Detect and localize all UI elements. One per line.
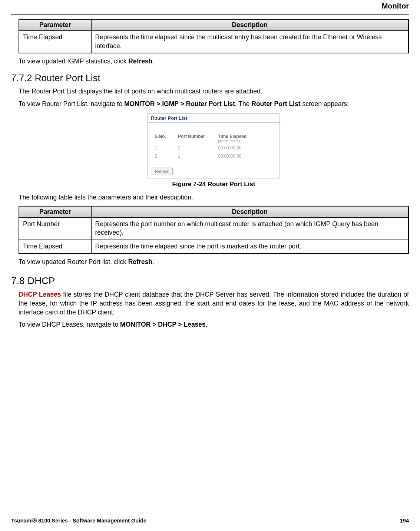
footer-page-number: 194 — [400, 518, 409, 524]
mock-cell: 2 — [176, 144, 216, 152]
mock-table: S.No. Port Number Time Elapsed (dd:hh:mm… — [153, 133, 276, 160]
heading-7-8: 7.8 DHCP — [11, 275, 409, 287]
table2-row1-desc: Represents the time elapsed since the po… — [91, 240, 409, 254]
mock-panel-title: Router Port List — [148, 114, 280, 122]
table-row: Port Number Represents the port number o… — [19, 217, 409, 240]
text: . — [152, 57, 154, 65]
text: To view updated Router Port list, click — [19, 258, 128, 266]
table-row: 1 2 00:00:00:00 — [153, 144, 276, 152]
page-header-title: Monitor — [11, 0, 409, 12]
table-row: Time Elapsed Represents the time elapsed… — [19, 31, 409, 53]
igmp-refresh-note: To view updated IGMP statistics, click R… — [19, 57, 409, 66]
screen-name: Router Port List — [251, 100, 300, 108]
page-footer: Tsunami® 8100 Series - Software Manageme… — [11, 512, 409, 524]
table-row: Time Elapsed Represents the time elapsed… — [19, 240, 409, 254]
mock-cell: 00:00:00:00 — [216, 144, 276, 152]
table2-intro: The following table lists the parameters… — [19, 193, 409, 202]
footer-doc-title: Tsunami® 8100 Series - Software Manageme… — [11, 518, 146, 524]
text: To view DHCP Leases, navigate to — [19, 321, 120, 328]
mock-col-sno: S.No. — [153, 133, 176, 144]
dhcp-nav: To view DHCP Leases, navigate to MONITOR… — [19, 320, 409, 329]
mock-col-time-sub: (dd:hh:mm:ss) — [218, 139, 274, 143]
param-table-time-elapsed: Parameter Description Time Elapsed Repre… — [19, 19, 409, 53]
refresh-label: Refresh — [128, 258, 152, 266]
heading-7-7-2: 7.7.2 Router Port List — [11, 73, 409, 83]
table2-row0-param: Port Number — [19, 217, 91, 240]
mock-col-time: Time Elapsed (dd:hh:mm:ss) — [216, 133, 276, 144]
table2-header-param: Parameter — [19, 206, 91, 218]
text: To view updated IGMP statistics, click — [19, 57, 128, 65]
footer-rule — [11, 516, 409, 516]
figure-caption: Figure 7-24 Router Port List — [19, 181, 409, 188]
mock-col-port: Port Number — [176, 133, 216, 144]
text: file stores the DHCP client database tha… — [19, 291, 409, 316]
refresh-label: Refresh — [128, 57, 152, 65]
table-row: 2 1 00:00:00:00 — [153, 152, 276, 160]
text: . — [206, 321, 208, 328]
router-refresh-note: To view updated Router Port list, click … — [19, 258, 409, 267]
router-port-intro: The Router Port List displays the list o… — [19, 87, 409, 96]
header-rule — [11, 14, 409, 14]
text: . The — [235, 100, 251, 108]
table1-row0-desc: Represents the time elapsed since the mu… — [91, 31, 409, 53]
table1-header-param: Parameter — [19, 19, 91, 31]
mock-col-time-label: Time Elapsed — [218, 134, 247, 139]
dhcp-leases-description: DHCP Leases file stores the DHCP client … — [19, 290, 409, 317]
dhcp-leases-lead: DHCP Leases — [19, 291, 61, 298]
table1-row0-param: Time Elapsed — [19, 31, 91, 53]
table2-header-desc: Description — [91, 206, 409, 218]
mock-cell: 1 — [153, 144, 176, 152]
table2-row0-desc: Represents the port number on which mult… — [91, 217, 409, 240]
router-port-nav: To view Router Port List, navigate to MO… — [19, 100, 409, 109]
refresh-button[interactable]: Refresh — [152, 168, 173, 175]
nav-path: MONITOR > IGMP > Router Port List — [124, 100, 235, 108]
router-port-list-screenshot: Router Port List S.No. Port Number Time … — [148, 113, 280, 178]
text: . — [152, 258, 154, 266]
mock-cell: 00:00:00:00 — [216, 152, 276, 160]
text: To view Router Port List, navigate to — [19, 100, 124, 108]
text: screen appears: — [301, 100, 349, 108]
table2-row1-param: Time Elapsed — [19, 240, 91, 254]
mock-cell: 1 — [176, 152, 216, 160]
param-table-router-port: Parameter Description Port Number Repres… — [19, 206, 409, 254]
nav-path: MONITOR > DHCP > Leases — [120, 321, 206, 328]
table1-header-desc: Description — [91, 19, 409, 31]
mock-cell: 2 — [153, 152, 176, 160]
